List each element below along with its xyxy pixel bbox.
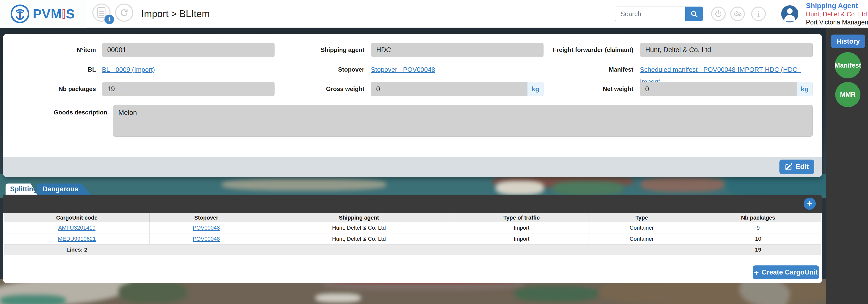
pvmis-logo-icon — [10, 4, 30, 24]
page-title: Import > BLItem — [141, 0, 210, 28]
splittings-table: CargoUnit code Stopover Shipping agent T… — [4, 213, 821, 255]
goods-description-label: Goods description — [3, 109, 107, 116]
logo-part-blue1: PVM — [33, 6, 62, 21]
edit-button[interactable]: Edit — [779, 160, 814, 174]
logout-button[interactable] — [711, 6, 726, 21]
splittings-toolbar: + — [3, 195, 822, 213]
goods-description-textarea[interactable]: Melon — [113, 105, 813, 137]
freight-forwarder-label: Freight forwarder (claimant) — [518, 43, 633, 57]
refresh-icon — [119, 7, 129, 18]
logo: PVMIS — [0, 0, 86, 28]
manifest-button[interactable]: Manifest — [835, 52, 861, 78]
settings-button[interactable]: ⚙⚙ — [730, 6, 745, 21]
n-item-label: N°item — [3, 43, 96, 57]
user-info: Shipping Agent Hunt, Deltel & Co. Ltd Po… — [806, 1, 868, 26]
stopover-label: Stopover — [271, 64, 364, 75]
stopover-link[interactable]: Stopover - POV00048 — [371, 66, 435, 73]
user-organization: Port Victoria Managem — [806, 18, 868, 26]
nb-packages-cell: 10 — [695, 233, 821, 244]
create-cargounit-button[interactable]: + Create CargoUnit — [753, 265, 819, 279]
lines-count: Lines: 2 — [4, 244, 150, 255]
search-group — [615, 6, 703, 21]
bl-label: BL — [3, 64, 96, 75]
user-role: Shipping Agent — [806, 1, 868, 10]
search-input[interactable] — [615, 6, 685, 21]
mmr-button[interactable]: MMR — [835, 82, 861, 107]
n-item-input[interactable] — [102, 43, 275, 57]
col-shipping-agent: Shipping agent — [263, 213, 455, 222]
col-type: Type — [588, 213, 695, 222]
net-weight-input[interactable] — [640, 82, 797, 96]
power-icon — [714, 10, 722, 18]
photo-trees-blob — [119, 281, 187, 303]
photo-truck-blob — [315, 294, 361, 303]
col-nb-packages: Nb packages — [695, 213, 821, 222]
gears-icon: ⚙⚙ — [733, 10, 742, 18]
col-type-of-traffic: Type of traffic — [455, 213, 588, 222]
blitem-card: N°item Shipping agent Freight forwarder … — [3, 34, 822, 177]
user-company: Hunt, Deltel & Co. Ltd — [806, 10, 868, 18]
logo-part-blue2: S — [66, 6, 75, 21]
nb-packages-input[interactable] — [102, 82, 275, 96]
add-splitting-button[interactable]: + — [804, 198, 816, 210]
app-header: PVMIS 1 Import > BLItem ⚙⚙ i Shipping — [0, 0, 868, 28]
photo-dock-blob — [222, 178, 386, 191]
app-root: PVMIS 1 Import > BLItem ⚙⚙ i Shipping — [0, 0, 868, 304]
type-cell: Container — [588, 222, 695, 233]
gross-weight-input[interactable] — [371, 82, 527, 96]
user-avatar[interactable] — [781, 5, 798, 23]
shipping-agent-cell: Hunt, Deltel & Co. Ltd — [263, 222, 455, 233]
create-cargounit-label: Create CargoUnit — [762, 268, 818, 276]
table-footer-row: Lines: 2 19 — [4, 244, 821, 255]
photo-green-roof-blob — [515, 286, 598, 302]
col-cargounit-code: CargoUnit code — [4, 213, 150, 222]
right-action-panel: History Manifest MMR — [826, 28, 868, 304]
cargounit-link[interactable]: MEDU9910621 — [58, 236, 96, 242]
table-header-row: CargoUnit code Stopover Shipping agent T… — [4, 213, 821, 222]
net-weight-label: Net weight — [518, 82, 633, 96]
header-divider — [776, 0, 776, 28]
nb-packages-label: Nb packages — [3, 82, 96, 96]
table-row: AMFU3201419 POV00048 Hunt, Deltel & Co. … — [4, 222, 821, 233]
freight-forwarder-input[interactable] — [640, 43, 813, 57]
logo-text: PVMIS — [33, 0, 75, 28]
net-weight-unit: kg — [797, 82, 813, 96]
shipping-agent-label: Shipping agent — [271, 43, 364, 57]
search-button[interactable] — [685, 6, 703, 21]
col-stopover: Stopover — [150, 213, 263, 222]
stopover-cell-link[interactable]: POV00048 — [193, 236, 220, 242]
edit-icon — [785, 163, 793, 171]
type-cell: Container — [588, 233, 695, 244]
shipping-agent-cell: Hunt, Deltel & Co. Ltd — [263, 233, 455, 244]
type-of-traffic-cell: Import — [455, 222, 588, 233]
cargounit-link[interactable]: AMFU3201419 — [58, 225, 96, 231]
bl-link[interactable]: BL - 0009 (Import) — [102, 66, 155, 73]
documents-count-badge: 1 — [104, 14, 114, 24]
plus-icon: + — [754, 268, 759, 276]
photo-tank-band-blob — [0, 295, 66, 304]
table-row: MEDU9910621 POV00048 Hunt, Deltel & Co. … — [4, 233, 821, 244]
info-icon: i — [757, 9, 760, 19]
photo-green-tanks-blob — [553, 181, 623, 196]
document-icon — [97, 7, 105, 18]
photo-water-blob — [727, 174, 835, 198]
search-icon — [690, 10, 698, 18]
photo-white-tank-blob — [496, 180, 544, 195]
photo-buildings-blob — [641, 176, 724, 192]
history-button[interactable]: History — [831, 35, 865, 48]
manifest-label: Manifest — [518, 64, 633, 75]
gross-weight-label: Gross weight — [271, 82, 364, 96]
card-footer: Edit — [3, 157, 822, 177]
net-weight-group: kg — [640, 82, 813, 96]
refresh-button[interactable] — [115, 3, 133, 22]
logo-part-red: I — [62, 6, 66, 21]
info-button[interactable]: i — [751, 6, 766, 21]
type-of-traffic-cell: Import — [455, 233, 588, 244]
background-photo-harbor — [0, 174, 868, 198]
total-packages: 19 — [695, 244, 821, 255]
stopover-cell-link[interactable]: POV00048 — [193, 225, 220, 231]
nb-packages-cell: 9 — [695, 222, 821, 233]
splittings-panel: + CargoUnit code Stopover Shipping agent… — [3, 195, 822, 283]
edit-button-label: Edit — [796, 163, 809, 171]
